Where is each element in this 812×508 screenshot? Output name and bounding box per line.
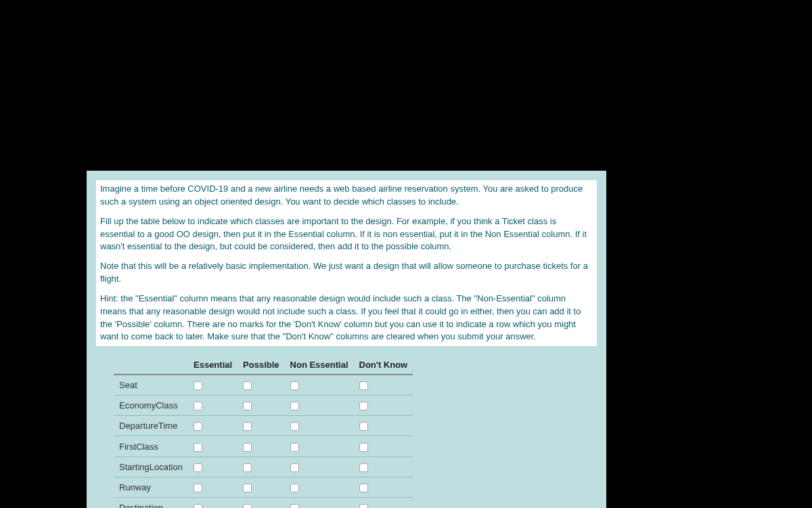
classification-checkbox[interactable] [194, 402, 202, 410]
checkbox-cell [188, 457, 238, 477]
checkbox-cell [188, 436, 238, 457]
checkbox-cell [188, 396, 238, 416]
checkbox-cell [238, 436, 284, 457]
classification-checkbox[interactable] [359, 484, 368, 492]
checkbox-cell [188, 497, 238, 508]
classification-checkbox[interactable] [359, 463, 368, 472]
classification-checkbox[interactable] [243, 422, 252, 431]
table-header-essential: Essential [188, 357, 238, 375]
checkbox-cell [354, 396, 413, 416]
classification-checkbox[interactable] [359, 504, 368, 508]
classification-checkbox[interactable] [243, 443, 252, 452]
row-label: Runway [114, 477, 188, 497]
classification-checkbox[interactable] [194, 422, 202, 431]
checkbox-cell [238, 396, 284, 416]
classification-checkbox[interactable] [243, 402, 252, 410]
checkbox-cell [285, 375, 354, 396]
checkbox-cell [188, 375, 238, 396]
classification-checkbox[interactable] [359, 422, 368, 431]
table-header-blank [114, 357, 188, 375]
checkbox-cell [238, 416, 284, 436]
row-label: FirstClass [114, 436, 188, 457]
checkbox-cell [354, 457, 413, 477]
checkbox-cell [285, 396, 354, 416]
classification-checkbox[interactable] [194, 443, 202, 452]
checkbox-cell [354, 416, 413, 436]
question-paragraph: Note that this will be a relatively basi… [100, 260, 593, 286]
row-label: Seat [114, 375, 188, 396]
classification-checkbox[interactable] [359, 402, 368, 410]
classification-checkbox[interactable] [290, 443, 299, 452]
checkbox-cell [285, 497, 354, 508]
row-label: DepartureTime [114, 416, 188, 436]
table-header-nonessential: Non Essential [285, 357, 354, 375]
question-paragraph: Fill up the table below to indicate whic… [100, 215, 593, 254]
checkbox-cell [188, 416, 238, 436]
checkbox-cell [188, 477, 238, 497]
checkbox-cell [354, 375, 413, 396]
table-row: Destination [114, 497, 413, 508]
classification-checkbox[interactable] [243, 484, 252, 492]
row-label: EconomyClass [114, 396, 188, 416]
checkbox-cell [238, 477, 284, 497]
classification-checkbox[interactable] [290, 484, 299, 492]
classification-checkbox[interactable] [194, 484, 202, 492]
classification-checkbox[interactable] [194, 381, 202, 390]
table-row: Runway [114, 477, 413, 497]
checkbox-cell [354, 436, 413, 457]
row-label: StartingLocation [114, 457, 188, 477]
classification-checkbox[interactable] [243, 381, 252, 390]
classification-checkbox[interactable] [359, 443, 368, 452]
row-label: Destination [114, 497, 188, 508]
checkbox-cell [238, 375, 284, 396]
classification-checkbox[interactable] [243, 504, 252, 508]
classification-checkbox[interactable] [290, 504, 299, 508]
classification-table-wrap: Essential Possible Non Essential Don't K… [96, 354, 597, 508]
classification-checkbox[interactable] [290, 422, 299, 431]
classification-table: Essential Possible Non Essential Don't K… [114, 357, 413, 508]
checkbox-cell [238, 457, 284, 477]
table-row: DepartureTime [114, 416, 413, 436]
checkbox-cell [238, 497, 284, 508]
classification-checkbox[interactable] [194, 504, 202, 508]
checkbox-cell [285, 457, 354, 477]
classification-checkbox[interactable] [243, 463, 252, 472]
question-text-block: Imagine a time before COVID-19 and a new… [96, 180, 597, 346]
table-header-dontknow: Don't Know [354, 357, 413, 375]
checkbox-cell [285, 416, 354, 436]
classification-checkbox[interactable] [194, 463, 202, 472]
classification-checkbox[interactable] [290, 463, 299, 472]
table-header-possible: Possible [238, 357, 284, 375]
table-row: StartingLocation [114, 457, 413, 477]
table-row: FirstClass [114, 436, 413, 457]
question-paragraph: Hint: the "Essential" column means that … [100, 293, 593, 343]
classification-checkbox[interactable] [290, 381, 299, 390]
table-row: Seat [114, 375, 413, 396]
checkbox-cell [354, 477, 413, 497]
classification-checkbox[interactable] [290, 402, 299, 410]
checkbox-cell [354, 497, 413, 508]
question-panel: Imagine a time before COVID-19 and a new… [87, 171, 606, 508]
classification-checkbox[interactable] [359, 381, 368, 390]
checkbox-cell [285, 436, 354, 457]
question-paragraph: Imagine a time before COVID-19 and a new… [100, 183, 593, 209]
checkbox-cell [285, 477, 354, 497]
table-row: EconomyClass [114, 396, 413, 416]
